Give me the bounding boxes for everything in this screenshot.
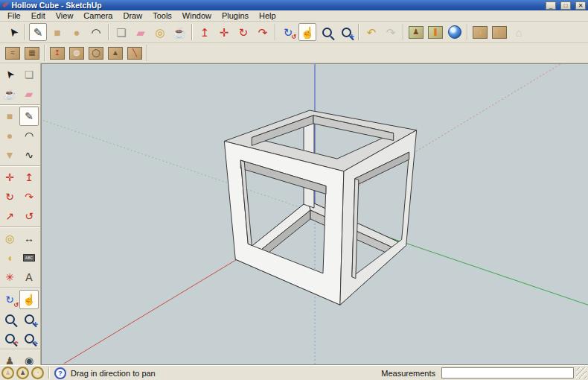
lt-look-around-tool-icon-glyph: ◉ xyxy=(25,355,33,365)
component-house-icon[interactable]: ⌂ xyxy=(510,23,528,41)
lt-rotate-tool-icon[interactable]: ↻ xyxy=(0,187,19,206)
smoove-tool-icon[interactable]: ↥ xyxy=(48,44,66,62)
lt-scale-tool-icon-glyph: ↗ xyxy=(5,211,14,221)
tape-measure-tool-icon[interactable]: ◎ xyxy=(151,23,169,41)
smoove-tool-icon-glyph: ↥ xyxy=(50,47,65,60)
stamp-tool-icon[interactable]: ◍ xyxy=(68,44,86,62)
lt-select-tool-icon[interactable]: ➤ xyxy=(0,65,19,84)
paint-bucket-tool-icon[interactable]: ☕ xyxy=(170,23,188,41)
lt-tape-measure-tool-icon[interactable]: ◎ xyxy=(0,229,19,248)
lt-circle-tool-icon[interactable]: ● xyxy=(0,126,19,145)
lt-pan-tool-icon[interactable]: ☝ xyxy=(19,290,39,309)
lt-look-around-tool-icon[interactable]: ◉ xyxy=(19,351,39,365)
toggle-terrain-icon[interactable]: ❚ xyxy=(426,23,444,41)
main-toolbar: ➤✎■●◠❏▰◎☕↥✛↻↷↻↺☝✛↶↷♟❚↓↑⌂ xyxy=(0,22,588,43)
minimize-button[interactable]: _ xyxy=(546,1,556,10)
lt-axes-tool-icon[interactable]: ✳ xyxy=(0,267,19,287)
resize-grip[interactable] xyxy=(576,367,587,379)
lt-previous-view-icon[interactable]: ↶ xyxy=(0,329,19,348)
flip-edge-tool-icon[interactable]: ╲ xyxy=(126,44,144,62)
rotate-tool-icon[interactable]: ↻ xyxy=(234,23,252,41)
separator xyxy=(25,24,26,40)
menu-tools[interactable]: Tools xyxy=(147,11,177,21)
lt-scale-tool-icon[interactable]: ↗ xyxy=(0,206,19,226)
menu-camera[interactable]: Camera xyxy=(78,11,118,21)
add-detail-tool-icon[interactable]: ▲ xyxy=(106,44,124,62)
separator xyxy=(48,367,50,379)
separator xyxy=(147,45,148,61)
model-canvas[interactable] xyxy=(41,63,588,365)
lt-position-camera-tool-icon[interactable]: ♟ xyxy=(0,351,19,365)
separator xyxy=(403,24,404,40)
lt-line-tool-icon[interactable]: ✎ xyxy=(19,107,39,126)
make-component-tool-icon[interactable]: ❏ xyxy=(112,23,130,41)
status-person-icon[interactable]: ♟ xyxy=(1,367,14,379)
zoom-extents-tool-icon[interactable]: ✛ xyxy=(337,23,355,41)
lt-select-tool-icon-glyph: ➤ xyxy=(3,68,16,81)
from-scratch-tool-icon[interactable]: ▦ xyxy=(23,44,41,62)
from-contours-tool-icon[interactable]: ≈ xyxy=(4,44,22,62)
menu-draw[interactable]: Draw xyxy=(118,11,147,21)
menu-edit[interactable]: Edit xyxy=(26,11,51,21)
drape-tool-icon-glyph: ◯ xyxy=(89,47,103,60)
share-model-icon[interactable]: ↑ xyxy=(490,23,508,41)
model-viewport[interactable] xyxy=(42,64,588,364)
google-earth-icon[interactable] xyxy=(446,23,464,41)
orbit-tool-icon[interactable]: ↻↺ xyxy=(279,23,297,41)
eraser-tool-icon[interactable]: ▰ xyxy=(132,23,150,41)
lt-text-tool-icon[interactable]: ABC xyxy=(19,248,39,267)
lt-offset-tool-icon-glyph: ↺ xyxy=(25,211,33,221)
lt-arc-tool-icon[interactable]: ◠ xyxy=(19,126,39,145)
lt-circle-tool-icon-glyph: ● xyxy=(7,130,13,141)
select-tool-icon[interactable]: ➤ xyxy=(4,23,22,41)
line-tool-icon[interactable]: ✎ xyxy=(29,23,47,41)
pan-tool-icon[interactable]: ☝ xyxy=(298,23,316,41)
menu-view[interactable]: View xyxy=(51,11,79,21)
lt-position-camera-tool-icon-glyph: ♟ xyxy=(5,355,15,365)
move-tool-icon[interactable]: ✛ xyxy=(215,23,233,41)
lt-zoom-tool-icon[interactable] xyxy=(0,309,19,329)
status-globe-icon[interactable]: ◔ xyxy=(31,367,44,379)
lt-next-view-icon[interactable]: ↷ xyxy=(19,329,39,348)
lt-offset-tool-icon[interactable]: ↺ xyxy=(19,206,39,226)
zoom-tool-icon[interactable] xyxy=(318,23,336,41)
help-icon[interactable]: ? xyxy=(54,367,66,379)
close-button[interactable]: ✕ xyxy=(575,1,586,10)
lt-dimension-tool-icon[interactable]: ↔ xyxy=(19,229,39,248)
lt-make-component-tool-icon[interactable]: ❏ xyxy=(19,65,39,84)
add-location-icon[interactable]: ♟ xyxy=(407,23,425,41)
drape-tool-icon[interactable]: ◯ xyxy=(87,44,105,62)
circle-tool-icon[interactable]: ● xyxy=(68,23,86,41)
lt-protractor-tool-icon[interactable]: ◖ xyxy=(0,248,19,267)
get-models-icon[interactable]: ↓ xyxy=(471,23,489,41)
from-scratch-tool-icon-glyph: ▦ xyxy=(25,47,39,60)
next-view-icon-glyph: ↷ xyxy=(386,27,396,38)
lt-3d-text-tool-icon[interactable]: A xyxy=(19,267,39,287)
lt-move-tool-icon[interactable]: ✛ xyxy=(0,168,19,187)
rectangle-tool-icon[interactable]: ■ xyxy=(48,23,66,41)
lt-follow-me-tool-icon[interactable]: ↷ xyxy=(19,187,39,206)
previous-view-icon[interactable]: ↶ xyxy=(362,23,380,41)
push-pull-tool-icon[interactable]: ↥ xyxy=(196,23,214,41)
lt-freehand-tool-icon[interactable]: ∿ xyxy=(19,145,39,165)
menu-window[interactable]: Window xyxy=(177,11,217,21)
arc-tool-icon[interactable]: ◠ xyxy=(87,23,105,41)
tape-measure-tool-icon-glyph: ◎ xyxy=(155,27,164,38)
lt-zoom-extents-tool-icon[interactable]: ✛ xyxy=(19,309,39,329)
measurements-input[interactable] xyxy=(441,367,574,379)
menu-plugins[interactable]: Plugins xyxy=(217,11,254,21)
lt-push-pull-tool-icon[interactable]: ↥ xyxy=(19,168,39,187)
lt-polygon-tool-icon[interactable]: ▼ xyxy=(0,145,19,165)
share-model-icon-glyph: ↑ xyxy=(492,26,507,39)
lt-eraser-tool-icon[interactable]: ▰ xyxy=(19,84,39,104)
menu-help[interactable]: Help xyxy=(254,11,281,21)
lt-paint-bucket-tool-icon[interactable]: ☕ xyxy=(0,84,19,104)
menu-file[interactable]: File xyxy=(2,11,26,21)
next-view-icon[interactable]: ↷ xyxy=(382,23,400,41)
lt-orbit-tool-icon[interactable]: ↻↺ xyxy=(0,290,19,309)
status-pin-icon[interactable]: ♟ xyxy=(16,367,29,379)
offset-tool-icon[interactable]: ↷ xyxy=(254,23,272,41)
hollow-cube-model[interactable] xyxy=(224,110,416,305)
maximize-button[interactable]: □ xyxy=(560,1,571,10)
lt-rectangle-tool-icon[interactable]: ■ xyxy=(0,107,19,126)
